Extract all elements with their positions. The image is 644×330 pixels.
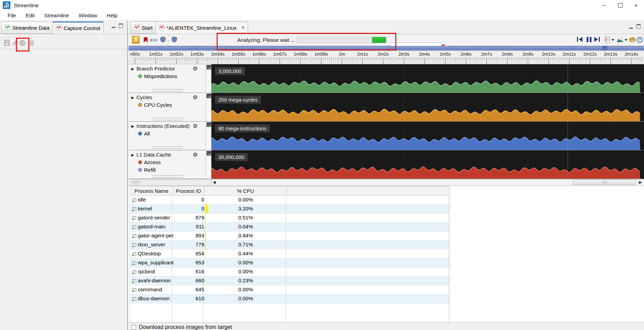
process-icon	[132, 243, 136, 248]
chart-palette-icon[interactable]	[207, 122, 211, 127]
download-images-checkbox[interactable]	[131, 325, 136, 330]
tab-alientek-streamline-linux[interactable]: *ALIENTEK_Streamline_Linux ×	[155, 21, 248, 34]
sync-icon[interactable]	[12, 39, 19, 46]
bottom-options-bar: Download process images from target	[129, 323, 644, 330]
bookmark-nav-group: ↔	[160, 37, 177, 44]
expand-arrow-icon[interactable]: ▶	[131, 153, 134, 157]
scroll-right-icon[interactable]: ▶	[639, 180, 642, 185]
collapse-regions-icon[interactable]	[151, 38, 157, 42]
timeline-overview-bar[interactable]	[129, 46, 644, 51]
chart-label-cycles[interactable]: ▶Cycles⚙CPU Cycles	[129, 93, 206, 121]
menu-file[interactable]: File	[3, 12, 21, 18]
chart-label-l1-data-cache[interactable]: ▶L1 Data Cache⚙AccessRefill	[129, 150, 206, 179]
pause-button[interactable]	[587, 37, 591, 42]
panel-resize-grip[interactable]	[131, 181, 140, 184]
chart-palette-icon[interactable]	[207, 94, 211, 98]
process-name: gator-agent-per	[138, 233, 173, 238]
prev-bookmark-icon[interactable]	[160, 37, 165, 44]
expand-arrow-icon[interactable]: ▶	[131, 95, 134, 100]
skip-to-end-button[interactable]	[594, 37, 600, 42]
skip-to-start-button[interactable]	[577, 37, 583, 42]
process-name: dbus-daemon	[138, 295, 170, 301]
arrows-icon: ↔	[167, 38, 171, 43]
expand-arrow-icon[interactable]: ▶	[131, 67, 134, 71]
editor-maximize-icon[interactable]	[636, 24, 641, 29]
chart-view-icon[interactable]	[616, 37, 624, 44]
process-row-gatord-main[interactable]: gatord-main8110.04%	[130, 223, 450, 232]
maximize-button[interactable]	[612, 0, 628, 10]
series-refill: Refill	[138, 167, 155, 173]
scroll-left-icon[interactable]: ◀	[213, 180, 216, 185]
process-row-dbus-daemon[interactable]: dbus-daemon6100.00%	[130, 294, 450, 303]
process-cpu: 0.04%	[204, 224, 287, 229]
series-label: Access	[144, 159, 161, 165]
globe-icon[interactable]	[19, 39, 26, 46]
svg-text:1m53s: 1m53s	[190, 51, 204, 57]
column-divider	[449, 258, 449, 267]
process-icon	[132, 225, 136, 230]
panel-maximize-icon[interactable]	[119, 23, 123, 28]
chart-label-branch-predictor[interactable]: ▶Branch Predictor⚙Mispredictions	[129, 64, 206, 93]
delete-icon[interactable]	[28, 39, 35, 46]
chart-view-dropdown-caret[interactable]	[625, 39, 627, 41]
tab-capture-control[interactable]: Capture Control	[53, 21, 104, 34]
svg-text:1m54s: 1m54s	[211, 51, 225, 57]
process-row-kernel[interactable]: kernel03.20%	[130, 205, 450, 214]
palette-icon[interactable]	[629, 37, 636, 44]
process-icon	[132, 216, 136, 221]
process-row-wpa-supplicant[interactable]: wpa_supplicant6530.00%	[130, 258, 450, 267]
tab-streamline-data[interactable]: Streamline Data	[1, 21, 53, 34]
chart-plot-instructions-executed[interactable]: 80 mega-instructions	[211, 122, 644, 150]
next-bookmark-icon[interactable]	[172, 37, 177, 44]
chart-palette-icon[interactable]	[207, 65, 211, 69]
panel-minimize-icon[interactable]	[112, 23, 115, 28]
process-row-qdesktop[interactable]: QDesktop6540.44%	[130, 249, 450, 258]
process-row-connmand[interactable]: connmand6450.00%	[130, 285, 450, 294]
series-color-dot	[138, 132, 142, 135]
gear-icon[interactable]: ⚙	[193, 94, 198, 101]
process-row-rpcbind[interactable]: rpcbind6160.00%	[130, 267, 450, 276]
chart-palette-icon[interactable]	[207, 151, 211, 155]
chart-resize-handle[interactable]	[152, 118, 183, 120]
column-header-process-name[interactable]: Process Name	[130, 186, 173, 195]
report-dropdown-caret[interactable]	[612, 39, 614, 41]
chart-plot-branch-predictor[interactable]: 3,000,000	[211, 64, 644, 93]
menu-streamline[interactable]: Streamline	[39, 12, 74, 18]
process-icon	[132, 234, 136, 239]
save-icon[interactable]	[3, 39, 10, 46]
process-row-idle[interactable]: idle00.00%	[130, 196, 450, 205]
gear-icon[interactable]: ⚙	[193, 151, 198, 158]
tab-close-icon[interactable]: ×	[242, 25, 245, 30]
chart-label-instructions-executed[interactable]: ▶Instructions (Executed)⚙All	[129, 122, 206, 150]
bookmark-icon[interactable]	[144, 37, 148, 43]
process-row-gator-agent-per[interactable]: gator-agent-per8930.84%	[130, 232, 450, 241]
chart-resize-handle[interactable]	[152, 147, 183, 149]
tab-start[interactable]: Start	[131, 21, 156, 34]
column-header-process-id[interactable]: Process ID	[173, 186, 204, 195]
close-button[interactable]: ×	[628, 0, 644, 10]
expand-arrow-icon[interactable]: ▶	[131, 124, 134, 129]
editor-minimize-icon[interactable]	[629, 24, 633, 29]
minimize-button[interactable]	[596, 0, 612, 10]
menu-window[interactable]: Window	[74, 12, 102, 18]
menu-help[interactable]: Help	[102, 12, 122, 18]
menu-edit[interactable]: Edit	[21, 12, 39, 18]
chart-resize-handle[interactable]	[152, 89, 183, 92]
gear-icon[interactable]: ⚙	[193, 65, 198, 72]
gear-icon[interactable]: ⚙	[193, 123, 198, 129]
chart-plot-cycles[interactable]: 250 mega-cycles	[211, 93, 644, 121]
column-header-cpu[interactable]: % CPU	[204, 186, 287, 195]
report-options-icon[interactable]	[605, 36, 610, 44]
column-divider	[449, 303, 449, 322]
chart-plot-l1-data-cache[interactable]: 35,000,000	[211, 150, 644, 179]
help-icon[interactable]: ?	[637, 37, 643, 43]
hscroll-thumb[interactable]	[573, 180, 636, 185]
timeline-ruler[interactable]: n50s1m51s1m52s1m53s1m54s1m55s1m56s1m57s1…	[129, 51, 644, 64]
process-row-gatord-sender[interactable]: gatord-sender8790.51%	[130, 214, 450, 223]
chart-resize-handle[interactable]	[152, 175, 183, 178]
process-name: rknn_server	[138, 242, 165, 247]
process-row-rknn-server[interactable]: rknn_server7790.71%	[130, 241, 450, 249]
process-row-avahi-daemon[interactable]: avahi-daemon6600.23%	[130, 276, 450, 285]
column-divider	[449, 232, 449, 240]
process-id: 811	[173, 224, 204, 229]
